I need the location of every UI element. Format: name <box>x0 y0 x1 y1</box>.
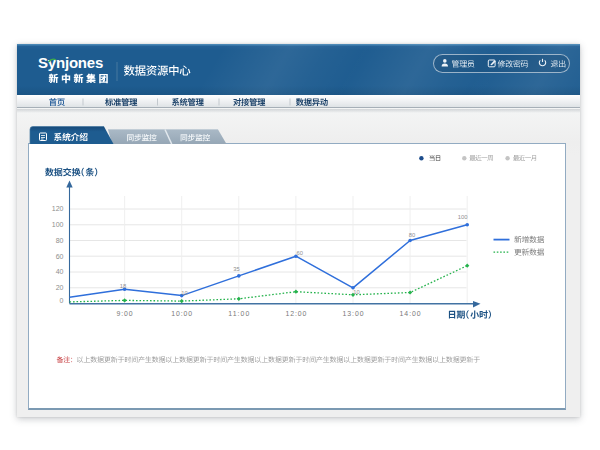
svg-text:60: 60 <box>56 253 64 260</box>
svg-text:120: 120 <box>52 205 64 212</box>
svg-text:12:00: 12:00 <box>285 310 306 317</box>
svg-text:40: 40 <box>56 268 64 275</box>
svg-text:13:00: 13:00 <box>343 310 364 317</box>
svg-text:100: 100 <box>52 221 64 228</box>
svg-text:80: 80 <box>409 232 415 238</box>
svg-text:10: 10 <box>353 289 359 295</box>
svg-text:10:00: 10:00 <box>171 310 192 317</box>
svg-text:0: 0 <box>60 297 64 304</box>
svg-text:11:00: 11:00 <box>228 310 249 317</box>
svg-text:80: 80 <box>56 237 64 244</box>
svg-text:10: 10 <box>181 290 187 296</box>
svg-text:35: 35 <box>233 266 239 272</box>
svg-text:20: 20 <box>56 284 64 291</box>
svg-text:9:00: 9:00 <box>117 310 133 317</box>
svg-text:60: 60 <box>296 250 302 256</box>
svg-text:100: 100 <box>458 214 468 220</box>
svg-text:14:00: 14:00 <box>400 310 421 317</box>
svg-text:18: 18 <box>120 283 126 289</box>
